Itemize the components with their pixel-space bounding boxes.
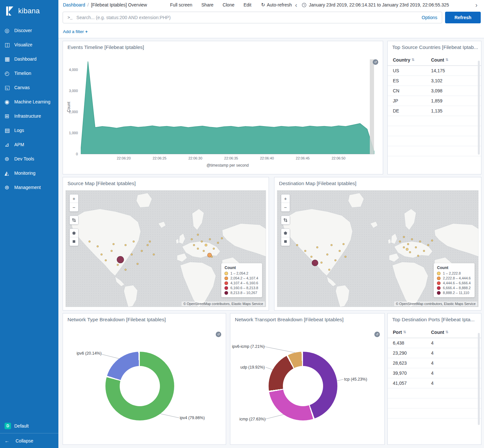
- draw-polygon-button[interactable]: [70, 229, 78, 237]
- map-point[interactable]: [296, 244, 298, 246]
- zoom-in-button[interactable]: +: [70, 195, 78, 203]
- add-filter-button[interactable]: Add a filter+: [63, 29, 88, 34]
- draw-rectangle-button[interactable]: [70, 237, 78, 246]
- sidebar-item-infrastructure[interactable]: ⊞Infrastructure: [0, 109, 58, 123]
- map-point[interactable]: [101, 253, 103, 255]
- map-point[interactable]: [427, 244, 429, 246]
- panel-time-filter-icon[interactable]: ↺: [373, 59, 378, 65]
- network-transport-donut[interactable]: [269, 352, 337, 420]
- map-point[interactable]: [141, 250, 143, 252]
- table-scrollbar[interactable]: [478, 61, 480, 155]
- sidebar-item-dev-tools[interactable]: ⊚Dev Tools: [0, 152, 58, 166]
- map-point[interactable]: [304, 250, 306, 252]
- map-point[interactable]: [205, 244, 207, 246]
- map-point[interactable]: [403, 246, 405, 248]
- map-point[interactable]: [117, 256, 124, 263]
- map-point[interactable]: [334, 259, 336, 261]
- map-point[interactable]: [113, 243, 115, 245]
- map-point[interactable]: [419, 241, 421, 242]
- menu-edit[interactable]: Edit: [244, 2, 251, 7]
- map-point[interactable]: [316, 246, 318, 248]
- time-next-button[interactable]: ›: [472, 2, 481, 8]
- map-point[interactable]: [131, 253, 133, 255]
- map-point[interactable]: [125, 244, 127, 246]
- map-point[interactable]: [417, 255, 419, 257]
- map-point[interactable]: [411, 238, 413, 240]
- map-point[interactable]: [197, 234, 199, 236]
- menu-clone[interactable]: Clone: [223, 2, 235, 7]
- space-selector[interactable]: D Default: [0, 419, 58, 433]
- refresh-button[interactable]: Refresh: [445, 12, 481, 23]
- map-point[interactable]: [149, 241, 151, 242]
- map-point[interactable]: [345, 256, 346, 258]
- slice-label-ipv6[interactable]: ipv6 (20.14%): [77, 351, 102, 356]
- fit-bounds-button[interactable]: [70, 216, 78, 224]
- zoom-in-button[interactable]: +: [281, 195, 290, 203]
- sidebar-item-timelion[interactable]: ◴Timelion: [0, 66, 58, 80]
- map-point[interactable]: [105, 259, 107, 261]
- fit-bounds-button[interactable]: [281, 216, 290, 224]
- map-point[interactable]: [339, 250, 341, 252]
- time-prev-button[interactable]: ‹: [292, 2, 300, 8]
- menu-full-screen[interactable]: Full screen: [170, 2, 192, 7]
- draw-polygon-button[interactable]: [281, 229, 290, 237]
- map-point[interactable]: [312, 260, 318, 266]
- map-point[interactable]: [201, 241, 203, 242]
- table-scrollbar[interactable]: [478, 333, 480, 425]
- map-point[interactable]: [431, 240, 433, 242]
- map-point[interactable]: [211, 256, 213, 258]
- map-point[interactable]: [403, 236, 405, 238]
- map-point[interactable]: [217, 242, 219, 244]
- map-point[interactable]: [343, 243, 345, 245]
- map-point[interactable]: [407, 243, 409, 245]
- sidebar-item-machine-learning[interactable]: ◉Machine Learning: [0, 95, 58, 109]
- map-point[interactable]: [331, 244, 333, 246]
- network-type-donut[interactable]: [105, 352, 174, 420]
- column-header-port[interactable]: Port⇅: [393, 330, 431, 335]
- kibana-brand[interactable]: kibana: [0, 0, 58, 23]
- map-point[interactable]: [423, 250, 425, 252]
- map-point[interactable]: [133, 241, 135, 242]
- time-range-picker[interactable]: January 23rd 2019, 22:06:14.321 to Janua…: [302, 2, 449, 7]
- search-input[interactable]: [77, 15, 418, 20]
- sidebar-item-dashboard[interactable]: ▦Dashboard: [0, 52, 58, 66]
- map-point[interactable]: [97, 245, 99, 247]
- sidebar-item-logs[interactable]: ▤Logs: [0, 123, 58, 137]
- draw-rectangle-button[interactable]: [281, 237, 290, 246]
- map-point[interactable]: [117, 264, 119, 266]
- panel-time-filter-icon[interactable]: ↺: [374, 332, 380, 337]
- map-point[interactable]: [406, 248, 408, 251]
- map-point[interactable]: [191, 238, 193, 240]
- map-point[interactable]: [193, 244, 195, 246]
- column-header-count[interactable]: Count⇅: [431, 57, 476, 63]
- map-point[interactable]: [326, 253, 328, 255]
- map-point[interactable]: [125, 269, 127, 271]
- auto-refresh-button[interactable]: ↻ Auto-refresh: [261, 2, 292, 8]
- slice-label-icmp[interactable]: icmp (27.63%): [239, 417, 266, 421]
- column-header-country[interactable]: Country⇅: [393, 57, 431, 63]
- sidebar-collapse-button[interactable]: ← Collapse: [0, 433, 58, 448]
- map-canvas[interactable]: + − Count: [277, 190, 478, 307]
- map-canvas[interactable]: + − Count: [66, 190, 266, 307]
- column-header-count[interactable]: Count⇅: [431, 330, 476, 335]
- sidebar-item-monitoring[interactable]: ◭Monitoring: [0, 166, 58, 180]
- map-point[interactable]: [328, 269, 330, 271]
- sidebar-item-canvas[interactable]: ◱Canvas: [0, 80, 58, 95]
- map-point[interactable]: [153, 253, 155, 255]
- sidebar-item-discover[interactable]: ◎Discover: [0, 23, 58, 38]
- slice-label-ipv4[interactable]: ipv4 (79.86%): [180, 416, 205, 420]
- map-point[interactable]: [221, 237, 223, 239]
- events-area-chart[interactable]: [81, 59, 374, 154]
- map-point[interactable]: [147, 244, 149, 246]
- map-point[interactable]: [310, 256, 312, 258]
- map-point[interactable]: [409, 251, 411, 253]
- map-point[interactable]: [209, 238, 211, 240]
- breadcrumb-dashboard[interactable]: Dashboard: [63, 2, 85, 7]
- zoom-out-button[interactable]: −: [70, 203, 78, 211]
- panel-time-filter-icon[interactable]: ↺: [216, 332, 221, 337]
- map-point[interactable]: [321, 262, 322, 264]
- sidebar-item-apm[interactable]: ⊿APM: [0, 137, 58, 152]
- slice-label-udp[interactable]: udp (19.92%): [240, 365, 265, 370]
- sidebar-item-visualize[interactable]: ◫Visualize: [0, 38, 58, 52]
- map-point[interactable]: [137, 263, 139, 265]
